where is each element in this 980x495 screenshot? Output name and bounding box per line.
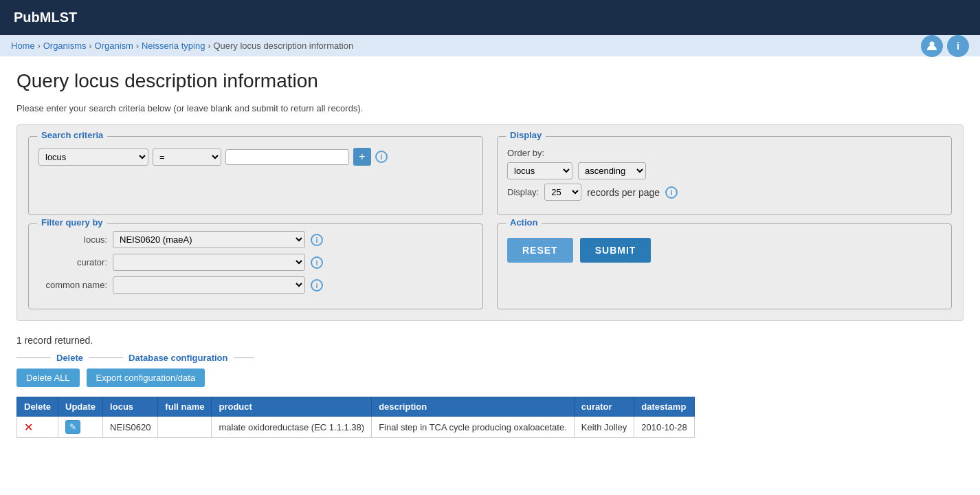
filter-action-row: Filter query by locus: NEIS0620 (maeA) N… bbox=[28, 223, 952, 309]
col-fullname: full name bbox=[158, 397, 212, 417]
table-header: Delete Update locus full name product de… bbox=[17, 397, 695, 417]
col-datestamp: datestamp bbox=[634, 397, 695, 417]
action-legend: Action bbox=[506, 217, 542, 228]
common-name-info-icon: i bbox=[311, 279, 323, 292]
line-after-delete bbox=[89, 358, 123, 358]
panel-top-row: Search criteria locus full name product … bbox=[28, 136, 952, 215]
col-delete: Delete bbox=[17, 397, 58, 417]
breadcrumb-home[interactable]: Home bbox=[11, 41, 35, 51]
delete-section-label: Delete bbox=[51, 353, 89, 363]
filter-legend: Filter query by bbox=[37, 217, 107, 228]
filter-box: Filter query by locus: NEIS0620 (maeA) N… bbox=[28, 223, 483, 309]
page-title: Query locus description information bbox=[16, 70, 964, 92]
edit-row-button[interactable]: ✎ bbox=[65, 420, 80, 434]
reset-button[interactable]: RESET bbox=[507, 238, 573, 263]
cell-delete: ✕ bbox=[17, 417, 58, 438]
common-name-filter-row: common name: i bbox=[38, 276, 473, 294]
breadcrumb: Home › Organisms › Organism › Neisseria … bbox=[0, 35, 980, 56]
display-legend: Display bbox=[506, 130, 546, 140]
action-buttons: RESET SUBMIT bbox=[507, 238, 942, 263]
section-labels-row: Delete Database configuration bbox=[16, 353, 964, 363]
locus-filter-select[interactable]: NEIS0620 (maeA) NEIS0001 NEIS0002 bbox=[113, 231, 305, 248]
cell-datestamp: 2010-10-28 bbox=[634, 417, 695, 438]
cell-update: ✎ bbox=[58, 417, 103, 438]
display-count-select[interactable]: 10 25 50 100 200 bbox=[544, 184, 581, 201]
delete-all-button[interactable]: Delete ALL bbox=[16, 368, 80, 387]
order-direction-select[interactable]: ascending descending bbox=[578, 162, 646, 179]
criteria-info-icon: i bbox=[375, 151, 388, 163]
line-before-delete bbox=[16, 358, 51, 358]
order-selects-row: locus full name product description cura… bbox=[507, 162, 942, 179]
app-header: PubMLST bbox=[0, 0, 980, 35]
table-body: ✕✎NEIS0620malate oxidoreductase (EC 1.1.… bbox=[17, 417, 695, 438]
add-criteria-button[interactable]: + bbox=[353, 148, 371, 166]
cell-locus: NEIS0620 bbox=[103, 417, 158, 438]
search-panel: Search criteria locus full name product … bbox=[16, 124, 964, 321]
breadcrumb-organisms[interactable]: Organisms bbox=[43, 41, 87, 51]
common-name-filter-select[interactable] bbox=[113, 276, 305, 294]
breadcrumb-neisseria[interactable]: Neisseria typing bbox=[142, 41, 205, 51]
curator-filter-row: curator: i bbox=[38, 254, 473, 271]
field-select[interactable]: locus full name product description cura… bbox=[38, 148, 148, 166]
breadcrumb-sep-3: › bbox=[136, 41, 139, 51]
results-action-row: Delete ALL Export configuration/data bbox=[16, 368, 964, 387]
col-product: product bbox=[212, 397, 372, 417]
main-content: Query locus description information Plea… bbox=[0, 56, 980, 452]
order-by-row: Order by: bbox=[507, 148, 942, 158]
info-icon: i bbox=[957, 40, 959, 52]
curator-filter-select[interactable] bbox=[113, 254, 305, 271]
display-info-icon: i bbox=[665, 186, 678, 199]
criteria-row: locus full name product description cura… bbox=[38, 148, 473, 166]
display-label: Display: bbox=[507, 187, 539, 197]
search-criteria-legend: Search criteria bbox=[37, 130, 107, 140]
operator-select[interactable]: = contains starts with ends with NOT NOT… bbox=[153, 148, 221, 166]
cell-product: malate oxidoreductase (EC 1.1.1.38) bbox=[212, 417, 372, 438]
display-count-row: Display: 10 25 50 100 200 records per pa… bbox=[507, 184, 942, 201]
line-after-dbconfig bbox=[234, 358, 254, 358]
locus-filter-label: locus: bbox=[38, 234, 107, 245]
breadcrumb-current: Query locus description information bbox=[213, 41, 353, 51]
intro-text: Please enter your search criteria below … bbox=[16, 103, 964, 113]
results-table: Delete Update locus full name product de… bbox=[16, 397, 695, 438]
records-per-page-label: records per page bbox=[587, 187, 660, 198]
record-count: 1 record returned. bbox=[16, 335, 964, 346]
export-button[interactable]: Export configuration/data bbox=[87, 368, 205, 387]
info-icon-button[interactable]: i bbox=[947, 35, 969, 57]
col-description: description bbox=[372, 397, 575, 417]
display-box: Display Order by: locus full name produc… bbox=[497, 136, 952, 215]
cell-description: Final step in TCA cycle producing oxaloa… bbox=[372, 417, 575, 438]
app-title: PubMLST bbox=[14, 10, 77, 25]
submit-button[interactable]: SUBMIT bbox=[580, 238, 652, 263]
user-icon-button[interactable] bbox=[921, 35, 943, 57]
col-update: Update bbox=[58, 397, 103, 417]
search-criteria-box: Search criteria locus full name product … bbox=[28, 136, 483, 215]
cell-curator: Keith Jolley bbox=[574, 417, 634, 438]
breadcrumb-organism[interactable]: Organism bbox=[95, 41, 133, 51]
order-by-label: Order by: bbox=[507, 148, 544, 158]
cell-full_name bbox=[158, 417, 212, 438]
locus-filter-row: locus: NEIS0620 (maeA) NEIS0001 NEIS0002… bbox=[38, 231, 473, 248]
breadcrumb-sep-2: › bbox=[89, 41, 92, 51]
col-locus: locus bbox=[103, 397, 158, 417]
breadcrumb-sep-4: › bbox=[208, 41, 210, 51]
action-box: Action RESET SUBMIT bbox=[497, 223, 952, 309]
curator-filter-label: curator: bbox=[38, 257, 107, 267]
col-curator: curator bbox=[574, 397, 634, 417]
order-by-select[interactable]: locus full name product description cura… bbox=[507, 162, 572, 179]
curator-filter-info-icon: i bbox=[311, 256, 323, 269]
breadcrumb-sep-1: › bbox=[38, 41, 41, 51]
db-config-section-label: Database configuration bbox=[123, 353, 233, 363]
delete-row-button[interactable]: ✕ bbox=[24, 421, 33, 434]
locus-filter-info-icon: i bbox=[311, 234, 323, 246]
common-name-filter-label: common name: bbox=[38, 280, 107, 290]
criteria-value-input[interactable] bbox=[225, 149, 349, 165]
table-row: ✕✎NEIS0620malate oxidoreductase (EC 1.1.… bbox=[17, 417, 695, 438]
